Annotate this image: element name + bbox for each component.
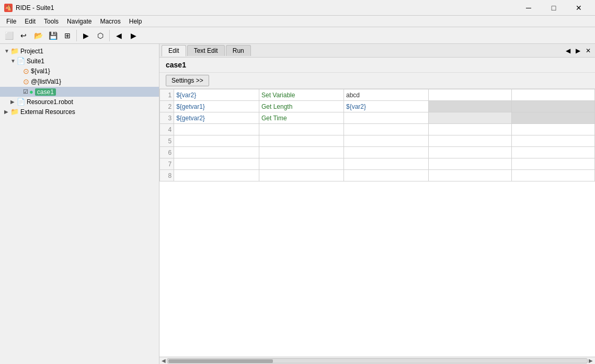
cell-keyword[interactable] bbox=[259, 135, 344, 147]
cell-col4[interactable] bbox=[428, 170, 511, 181]
save-button[interactable]: 💾 bbox=[46, 29, 60, 42]
main-layout: ▼ 📁 Project1 ▼ 📄 Suite1 ⊙ ${val1} ⊙ @{li… bbox=[0, 44, 595, 364]
new-button[interactable]: ⬜ bbox=[2, 29, 16, 42]
scrollbar-thumb[interactable] bbox=[168, 359, 273, 363]
cell-col4[interactable] bbox=[428, 89, 511, 101]
cell-keyword[interactable]: Get Length bbox=[259, 101, 344, 112]
cell-col5[interactable] bbox=[511, 101, 594, 112]
folder-icon: 📁 bbox=[10, 47, 19, 55]
cell-keyword[interactable] bbox=[259, 124, 344, 135]
cell-col5[interactable] bbox=[511, 124, 594, 135]
scroll-right-btn[interactable]: ▶ bbox=[588, 358, 594, 363]
cell-variable[interactable]: ${var2} bbox=[174, 89, 259, 101]
cell-col4[interactable] bbox=[428, 135, 511, 147]
cell-col4[interactable] bbox=[428, 112, 511, 124]
cell-col4[interactable] bbox=[428, 124, 511, 135]
cell-value[interactable] bbox=[344, 147, 429, 158]
save-all-button[interactable]: ⊞ bbox=[61, 29, 74, 42]
cell-variable[interactable] bbox=[174, 135, 259, 147]
menu-item-navigate[interactable]: Navigate bbox=[63, 17, 96, 26]
sidebar-item-resource1[interactable]: ▶ 📄 Resource1.robot bbox=[0, 97, 159, 107]
cell-col4[interactable] bbox=[428, 147, 511, 158]
menu-item-edit[interactable]: Edit bbox=[20, 17, 40, 26]
cell-variable[interactable] bbox=[174, 124, 259, 135]
maximize-button[interactable]: □ bbox=[542, 0, 566, 16]
expander-resource1[interactable]: ▶ bbox=[10, 99, 17, 105]
tab-nav-right-btn[interactable]: ▶ bbox=[574, 47, 582, 54]
case-title-bar: case1 bbox=[159, 58, 595, 73]
cell-variable[interactable] bbox=[174, 170, 259, 181]
sidebar-item-suite1[interactable]: ▼ 📄 Suite1 bbox=[0, 56, 159, 66]
horizontal-scrollbar[interactable] bbox=[167, 358, 588, 363]
cell-col5[interactable] bbox=[511, 135, 594, 147]
scroll-left-btn[interactable]: ◀ bbox=[161, 358, 167, 363]
settings-button[interactable]: Settings >> bbox=[166, 75, 209, 86]
table-row: 7 bbox=[160, 158, 595, 170]
tab-text-edit[interactable]: Text Edit bbox=[187, 45, 225, 56]
cell-variable[interactable]: ${getvar1} bbox=[174, 101, 259, 112]
cell-col4[interactable] bbox=[428, 158, 511, 170]
tab-nav-left[interactable]: ◀ bbox=[564, 47, 573, 54]
cell-col5[interactable] bbox=[511, 170, 594, 181]
sidebar-item-external-resources[interactable]: ▶ 📁 External Resources bbox=[0, 107, 159, 117]
menu-item-tools[interactable]: Tools bbox=[40, 17, 63, 26]
cell-variable[interactable] bbox=[174, 158, 259, 170]
cell-col4[interactable] bbox=[428, 101, 511, 112]
toolbar: ⬜ ↩ 📂 💾 ⊞ ▶ ⬡ ◀ ▶ bbox=[0, 27, 595, 44]
expander-project1[interactable]: ▼ bbox=[4, 48, 10, 54]
sidebar-item-project1[interactable]: ▼ 📁 Project1 bbox=[0, 46, 159, 56]
tab-run[interactable]: Run bbox=[226, 45, 251, 56]
cell-value[interactable]: ${var2} bbox=[344, 101, 429, 112]
cell-value[interactable] bbox=[344, 158, 429, 170]
cell-keyword[interactable]: Get Time bbox=[259, 112, 344, 124]
row-number: 6 bbox=[160, 147, 174, 158]
stop-icon[interactable]: ⬡ bbox=[94, 29, 107, 42]
suite-icon: 📄 bbox=[17, 57, 25, 65]
minimize-button[interactable]: ─ bbox=[517, 0, 541, 16]
cell-value[interactable] bbox=[344, 135, 429, 147]
row-number: 5 bbox=[160, 135, 174, 147]
menu-bar: FileEditToolsNavigateMacrosHelp bbox=[0, 16, 595, 27]
cell-col5[interactable] bbox=[511, 89, 594, 101]
cell-col5[interactable] bbox=[511, 112, 594, 124]
cell-col5[interactable] bbox=[511, 147, 594, 158]
sidebar-item-listval1[interactable]: ⊙ @{listVal1} bbox=[0, 76, 159, 87]
external-resources-label: External Resources bbox=[20, 108, 75, 116]
cell-variable[interactable]: ${getvar2} bbox=[174, 112, 259, 124]
tab-close[interactable]: ✕ bbox=[583, 47, 593, 54]
app-icon: 🐴 bbox=[4, 4, 13, 12]
menu-item-file[interactable]: File bbox=[2, 17, 20, 26]
cell-value[interactable] bbox=[344, 124, 429, 135]
cell-keyword[interactable] bbox=[259, 147, 344, 158]
table-row: 3${getvar2}Get Time bbox=[160, 112, 595, 124]
prev-button[interactable]: ◀ bbox=[112, 29, 125, 42]
cell-keyword[interactable] bbox=[259, 158, 344, 170]
close-button[interactable]: ✕ bbox=[567, 0, 591, 16]
expander-suite1[interactable]: ▼ bbox=[10, 58, 17, 64]
test-icon: ● bbox=[29, 88, 33, 96]
list-var-icon: ⊙ bbox=[23, 77, 29, 86]
cell-col5[interactable] bbox=[511, 158, 594, 170]
grid-container[interactable]: 1${var2}Set Variableabcd2${getvar1}Get L… bbox=[159, 89, 595, 357]
table-row: 2${getvar1}Get Length${var2} bbox=[160, 101, 595, 112]
menu-item-macros[interactable]: Macros bbox=[96, 17, 124, 26]
tab-edit[interactable]: Edit bbox=[162, 45, 186, 56]
back-button[interactable]: ↩ bbox=[17, 29, 30, 42]
cell-value[interactable]: abcd bbox=[344, 89, 429, 101]
toolbar-separator-2 bbox=[109, 30, 110, 41]
expander-external[interactable]: ▶ bbox=[4, 109, 10, 115]
sidebar-item-case1[interactable]: ☑ ● case1 bbox=[0, 87, 159, 97]
cell-value[interactable] bbox=[344, 112, 429, 124]
cell-variable[interactable] bbox=[174, 147, 259, 158]
open-folder-button[interactable]: 📂 bbox=[31, 29, 45, 42]
test-table: 1${var2}Set Variableabcd2${getvar1}Get L… bbox=[159, 89, 595, 181]
sidebar-item-val1[interactable]: ⊙ ${val1} bbox=[0, 66, 159, 76]
menu-item-help[interactable]: Help bbox=[125, 17, 146, 26]
cell-value[interactable] bbox=[344, 170, 429, 181]
scrollbar-area: ◀ ▶ bbox=[159, 357, 595, 364]
cell-keyword[interactable]: Set Variable bbox=[259, 89, 344, 101]
row-number: 7 bbox=[160, 158, 174, 170]
run-button[interactable]: ▶ bbox=[79, 29, 93, 42]
cell-keyword[interactable] bbox=[259, 170, 344, 181]
next-button[interactable]: ▶ bbox=[127, 29, 140, 42]
